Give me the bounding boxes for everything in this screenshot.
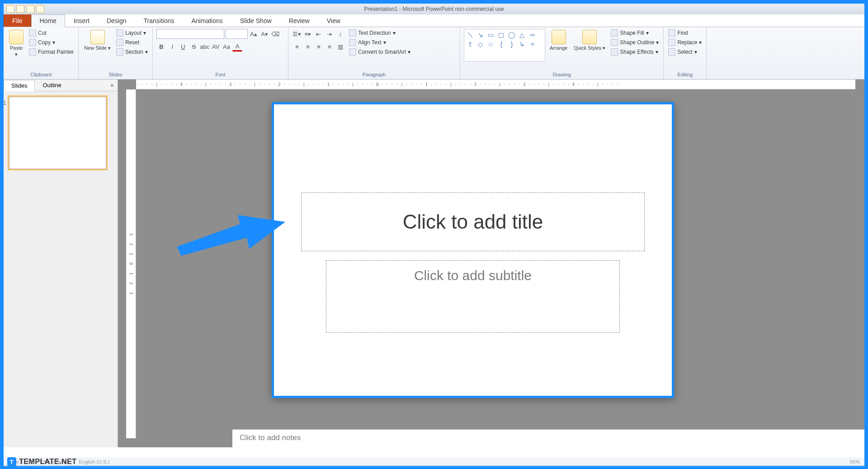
select-button[interactable]: Select ▾ [667, 48, 703, 56]
format-painter-button[interactable]: Format Painter [28, 48, 75, 56]
slides-panel: Slides Outline × 1 [4, 80, 118, 447]
align-text-button[interactable]: Align Text ▾ [348, 38, 411, 47]
window-title: Presentation1 - Microsoft PowerPoint non… [364, 6, 504, 12]
shape-rect-icon[interactable]: ▭ [486, 31, 495, 39]
subtitle-placeholder-text: Click to add subtitle [414, 268, 532, 283]
qat-redo-icon[interactable] [26, 5, 34, 13]
shape-line-icon[interactable]: ＼ [466, 31, 475, 39]
layout-button[interactable]: Layout ▾ [115, 29, 149, 37]
shapes-gallery[interactable]: ＼ ↘ ▭ ▢ ◯ △ ⇨ ⇧ ◇ ☆ { } ↳ ✧ [464, 29, 545, 61]
tab-view[interactable]: View [318, 14, 349, 27]
char-spacing-button[interactable]: AV [211, 42, 221, 52]
branding-watermark: T TEMPLATE.NET [7, 457, 76, 466]
underline-button[interactable]: U [178, 42, 188, 52]
effects-icon [611, 48, 618, 56]
quick-access-toolbar[interactable] [6, 5, 44, 13]
tab-review[interactable]: Review [280, 14, 318, 27]
group-clipboard: Paste ▾ Cut Copy ▾ Format Painter Clipbo… [4, 27, 79, 79]
side-tab-outline[interactable]: Outline [35, 80, 69, 91]
title-placeholder[interactable]: Click to add title [301, 192, 645, 251]
tab-file[interactable]: File [4, 14, 31, 27]
close-panel-icon[interactable]: × [107, 80, 118, 91]
cut-button[interactable]: Cut [28, 29, 75, 37]
arrange-icon [552, 30, 566, 44]
shape-triangle-icon[interactable]: △ [518, 31, 527, 39]
copy-icon [29, 39, 36, 46]
italic-button[interactable]: I [167, 42, 177, 52]
status-bar: Slide 1 of 1 "Office Theme" English (U.S… [4, 457, 864, 466]
reset-button[interactable]: Reset [115, 38, 149, 47]
tab-animations[interactable]: Animations [183, 14, 231, 27]
shape-diamond-icon[interactable]: ◇ [476, 40, 485, 48]
bullets-button[interactable]: ☰▾ [292, 29, 302, 39]
find-button[interactable]: Find [667, 29, 703, 37]
paste-label: Paste [10, 45, 23, 51]
convert-smartart-button[interactable]: Convert to SmartArt ▾ [348, 48, 411, 56]
side-tab-slides[interactable]: Slides [4, 80, 35, 91]
slide[interactable]: Click to add title Click to add subtitle [272, 102, 674, 398]
shape-outline-button[interactable]: Shape Outline ▾ [610, 38, 660, 47]
pen-icon [611, 39, 618, 46]
tab-transitions[interactable]: Transitions [135, 14, 183, 27]
subtitle-placeholder[interactable]: Click to add subtitle [326, 260, 620, 333]
group-paragraph: ☰▾ ≡▾ ⇤ ⇥ ↕ ≡ ≡ ≡ ≡ ▥ Text Dire [288, 27, 460, 79]
select-icon [668, 48, 675, 56]
shape-connector-icon[interactable]: ↳ [518, 40, 527, 48]
group-editing: Find Replace ▾ Select ▾ Editing [664, 27, 707, 79]
new-slide-button[interactable]: New Slide ▾ [82, 29, 113, 52]
find-icon [668, 29, 675, 37]
font-name-input[interactable] [156, 29, 224, 39]
columns-button[interactable]: ▥ [335, 42, 345, 52]
shape-brace-r-icon[interactable]: } [507, 40, 516, 48]
replace-button[interactable]: Replace ▾ [667, 38, 703, 47]
qat-undo-icon[interactable] [16, 5, 24, 13]
tab-insert[interactable]: Insert [65, 14, 98, 27]
shape-oval-icon[interactable]: ◯ [507, 31, 516, 39]
text-direction-button[interactable]: Text Direction ▾ [348, 29, 411, 37]
increase-indent-button[interactable]: ⇥ [325, 29, 335, 39]
tab-slideshow[interactable]: Slide Show [231, 14, 280, 27]
line-spacing-button[interactable]: ↕ [335, 29, 345, 39]
shape-up-arrow-icon[interactable]: ⇧ [466, 40, 475, 48]
numbering-button[interactable]: ≡▾ [303, 29, 313, 39]
decrease-indent-button[interactable]: ⇤ [314, 29, 324, 39]
font-color-button[interactable]: A [232, 42, 242, 52]
change-case-button[interactable]: Aa [222, 42, 231, 52]
shape-arrow-icon[interactable]: ↘ [476, 31, 485, 39]
shape-effects-button[interactable]: Shape Effects ▾ [610, 48, 660, 56]
status-zoom[interactable]: 65% [850, 459, 860, 464]
qat-more-icon[interactable] [36, 5, 44, 13]
clear-format-button[interactable]: ⌫ [270, 29, 280, 39]
shape-callout-icon[interactable]: ✧ [528, 40, 537, 48]
slide-thumbnail[interactable]: 1 [9, 97, 106, 169]
text-shadow-button[interactable]: abc [200, 42, 210, 52]
shape-roundrect-icon[interactable]: ▢ [497, 31, 506, 39]
align-right-button[interactable]: ≡ [314, 42, 324, 52]
grow-font-button[interactable]: A▴ [249, 29, 259, 39]
shape-fill-button[interactable]: Shape Fill ▾ [610, 29, 660, 37]
quick-styles-icon [582, 30, 597, 44]
shape-right-arrow-icon[interactable]: ⇨ [528, 31, 537, 39]
copy-button[interactable]: Copy ▾ [28, 38, 75, 47]
quick-styles-button[interactable]: Quick Styles ▾ [572, 29, 607, 52]
shape-brace-l-icon[interactable]: { [497, 40, 506, 48]
group-slides: New Slide ▾ Layout ▾ Reset Section ▾ Sli… [79, 27, 153, 79]
align-left-button[interactable]: ≡ [292, 42, 302, 52]
notes-pane[interactable]: Click to add notes [232, 429, 864, 447]
justify-button[interactable]: ≡ [325, 42, 335, 52]
strike-button[interactable]: S [189, 42, 199, 52]
bold-button[interactable]: B [156, 42, 166, 52]
notes-placeholder-text: Click to add notes [240, 433, 301, 442]
annotation-arrow-icon [177, 206, 285, 256]
section-button[interactable]: Section ▾ [115, 48, 149, 56]
tab-design[interactable]: Design [98, 14, 135, 27]
font-size-input[interactable] [225, 29, 248, 39]
quick-styles-label: Quick Styles ▾ [574, 45, 605, 51]
align-center-button[interactable]: ≡ [303, 42, 313, 52]
qat-save-icon[interactable] [6, 5, 14, 13]
shrink-font-button[interactable]: A▾ [259, 29, 269, 39]
paste-button[interactable]: Paste ▾ [7, 29, 25, 58]
tab-home[interactable]: Home [31, 14, 65, 27]
shape-star-icon[interactable]: ☆ [486, 40, 495, 48]
arrange-button[interactable]: Arrange [548, 29, 569, 52]
